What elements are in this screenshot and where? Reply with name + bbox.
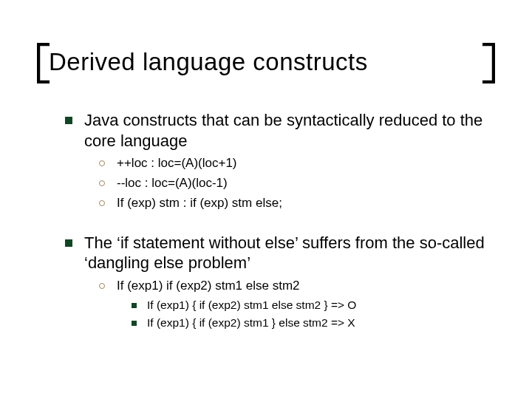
bullet-level2-text: ++loc : loc=(A)(loc+1)	[117, 155, 237, 172]
title-row: Derived language constructs	[43, 46, 489, 81]
sub-list: If (exp1) if (exp2) stm1 else stm2 If (e…	[65, 278, 489, 331]
bullet-level1: The ‘if statement without else’ suffers …	[65, 233, 489, 273]
content: Java constructs that can be syntacticall…	[43, 110, 489, 331]
bullet-level2: ++loc : loc=(A)(loc+1)	[99, 155, 489, 172]
bullet-level3-text: If (exp1) { if (exp2) stm1 else stm2 } =…	[147, 298, 356, 313]
circle-bullet-icon	[99, 200, 105, 206]
sub-list: ++loc : loc=(A)(loc+1) --loc : loc=(A)(l…	[65, 155, 489, 212]
bullet-level2: If (exp) stm : if (exp) stm else;	[99, 195, 489, 212]
bullet-level3-text: If (exp1) { if (exp2) stm1 } else stm2 =…	[147, 316, 355, 331]
bracket-left-icon	[37, 43, 50, 83]
bullet-level1-text: Java constructs that can be syntacticall…	[84, 110, 489, 151]
circle-bullet-icon	[99, 180, 105, 186]
bullet-level1-text: The ‘if statement without else’ suffers …	[84, 233, 489, 273]
bullet-level2-text: If (exp1) if (exp2) stm1 else stm2	[117, 278, 300, 295]
page-title: Derived language constructs	[43, 46, 489, 81]
bullet-level2-text: If (exp) stm : if (exp) stm else;	[117, 195, 282, 212]
circle-bullet-icon	[99, 160, 105, 166]
bullet-level2: --loc : loc=(A)(loc-1)	[99, 175, 489, 192]
bracket-right-icon	[482, 43, 495, 83]
sub-sub-list: If (exp1) { if (exp2) stm1 else stm2 } =…	[99, 298, 489, 331]
square-bullet-icon	[65, 117, 72, 124]
slide: Derived language constructs Java constru…	[0, 0, 532, 399]
bullet-level3: If (exp1) { if (exp2) stm1 } else stm2 =…	[132, 316, 489, 331]
circle-bullet-icon	[99, 283, 105, 289]
square-small-bullet-icon	[132, 321, 137, 326]
square-bullet-icon	[65, 239, 72, 247]
bullet-level3: If (exp1) { if (exp2) stm1 else stm2 } =…	[132, 298, 489, 313]
bullet-level2: If (exp1) if (exp2) stm1 else stm2	[99, 278, 489, 295]
square-small-bullet-icon	[132, 303, 137, 308]
bullet-level2-text: --loc : loc=(A)(loc-1)	[117, 175, 228, 192]
bullet-level1: Java constructs that can be syntacticall…	[65, 110, 489, 151]
